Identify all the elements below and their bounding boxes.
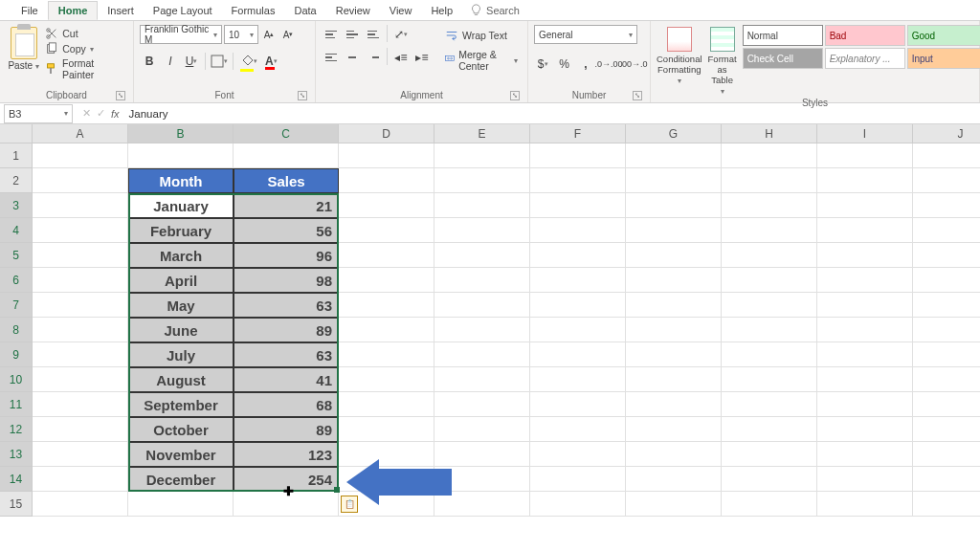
format-as-table-button[interactable]: Format as Table▾ bbox=[708, 25, 737, 96]
select-all-corner[interactable] bbox=[0, 124, 33, 143]
cell-I9[interactable] bbox=[817, 342, 913, 367]
cell-style-check-cell[interactable]: Check Cell bbox=[743, 48, 823, 69]
cell-style-explanatory[interactable]: Explanatory ... bbox=[825, 48, 905, 69]
cell-A6[interactable] bbox=[33, 268, 128, 293]
cell-H6[interactable] bbox=[722, 268, 817, 293]
cell-F6[interactable] bbox=[530, 268, 626, 293]
cell-style-good[interactable]: Good bbox=[907, 25, 980, 46]
cell-I12[interactable] bbox=[817, 417, 913, 442]
cell-E6[interactable] bbox=[434, 268, 530, 293]
cell-A12[interactable] bbox=[33, 417, 128, 442]
cell-style-normal[interactable]: Normal bbox=[743, 25, 823, 46]
cell-G4[interactable] bbox=[626, 218, 722, 243]
cell-E3[interactable] bbox=[434, 193, 530, 218]
cell-H3[interactable] bbox=[722, 193, 817, 218]
cell-B8[interactable]: June bbox=[128, 318, 234, 342]
row-header-9[interactable]: 9 bbox=[0, 342, 33, 367]
cell-D5[interactable] bbox=[339, 243, 434, 268]
copy-button[interactable]: Copy ▾ bbox=[45, 42, 127, 55]
cell-I4[interactable] bbox=[817, 218, 913, 243]
cell-F15[interactable] bbox=[530, 492, 626, 517]
cell-B10[interactable]: August bbox=[128, 367, 234, 392]
decrease-font-button[interactable]: A▾ bbox=[279, 25, 297, 44]
tab-home[interactable]: Home bbox=[48, 1, 99, 20]
cell-B9[interactable]: July bbox=[128, 342, 234, 367]
cell-I11[interactable] bbox=[817, 392, 913, 417]
cell-J13[interactable] bbox=[913, 442, 980, 467]
cell-E1[interactable] bbox=[434, 143, 530, 168]
cell-A13[interactable] bbox=[33, 442, 128, 467]
cell-G8[interactable] bbox=[626, 318, 722, 342]
cell-A5[interactable] bbox=[33, 243, 128, 268]
cell-H14[interactable] bbox=[722, 467, 817, 492]
cell-G11[interactable] bbox=[626, 392, 722, 417]
cell-D3[interactable] bbox=[339, 193, 434, 218]
cell-F10[interactable] bbox=[530, 367, 626, 392]
cell-C5[interactable]: 96 bbox=[234, 243, 339, 268]
cell-H11[interactable] bbox=[722, 392, 817, 417]
cell-I14[interactable] bbox=[817, 467, 913, 492]
column-header-H[interactable]: H bbox=[722, 124, 817, 143]
cell-F8[interactable] bbox=[530, 318, 626, 342]
cell-C1[interactable] bbox=[234, 143, 339, 168]
cell-G10[interactable] bbox=[626, 367, 722, 392]
row-header-8[interactable]: 8 bbox=[0, 318, 33, 342]
font-launcher[interactable]: ⤡ bbox=[298, 91, 307, 100]
cell-C3[interactable]: 21 bbox=[234, 193, 339, 218]
cell-C4[interactable]: 56 bbox=[234, 218, 339, 243]
cell-B11[interactable]: September bbox=[128, 392, 234, 417]
cell-F7[interactable] bbox=[530, 293, 626, 318]
cell-D10[interactable] bbox=[339, 367, 434, 392]
cell-F4[interactable] bbox=[530, 218, 626, 243]
cell-C8[interactable]: 89 bbox=[234, 318, 339, 342]
cell-C9[interactable]: 63 bbox=[234, 342, 339, 367]
italic-button[interactable]: I bbox=[161, 52, 180, 71]
cell-A4[interactable] bbox=[33, 218, 128, 243]
borders-button[interactable]: ▾ bbox=[210, 52, 229, 71]
cell-style-bad[interactable]: Bad bbox=[825, 25, 905, 46]
cell-F11[interactable] bbox=[530, 392, 626, 417]
cell-H15[interactable] bbox=[722, 492, 817, 517]
cell-F5[interactable] bbox=[530, 243, 626, 268]
cell-E4[interactable] bbox=[434, 218, 530, 243]
cell-J9[interactable] bbox=[913, 342, 980, 367]
cell-I1[interactable] bbox=[817, 143, 913, 168]
conditional-formatting-button[interactable]: Conditional Formatting▾ bbox=[657, 25, 702, 85]
cell-A10[interactable] bbox=[33, 367, 128, 392]
cell-C13[interactable]: 123 bbox=[234, 442, 339, 467]
increase-indent-button[interactable]: ▸≡ bbox=[412, 48, 432, 67]
format-painter-button[interactable]: Format Painter bbox=[45, 57, 127, 80]
cell-J6[interactable] bbox=[913, 268, 980, 293]
cell-E12[interactable] bbox=[434, 417, 530, 442]
cell-B7[interactable]: May bbox=[128, 293, 234, 318]
increase-font-button[interactable]: A▴ bbox=[260, 25, 278, 44]
orientation-button[interactable]: ⤢▾ bbox=[391, 25, 411, 44]
comma-format-button[interactable]: , bbox=[577, 54, 594, 75]
tab-file[interactable]: File bbox=[11, 2, 48, 19]
name-box[interactable]: B3▾ bbox=[4, 104, 73, 123]
row-header-7[interactable]: 7 bbox=[0, 293, 33, 318]
cell-B12[interactable]: October bbox=[128, 417, 234, 442]
cell-D4[interactable] bbox=[339, 218, 434, 243]
cell-J2[interactable] bbox=[913, 168, 980, 193]
align-center-button[interactable] bbox=[343, 48, 362, 67]
cell-J15[interactable] bbox=[913, 492, 980, 517]
cell-J7[interactable] bbox=[913, 293, 980, 318]
cell-E13[interactable] bbox=[434, 442, 530, 467]
search-label[interactable]: Search bbox=[486, 5, 520, 16]
cell-F12[interactable] bbox=[530, 417, 626, 442]
paste-icon[interactable] bbox=[11, 27, 37, 59]
cell-B5[interactable]: March bbox=[128, 243, 234, 268]
cell-A8[interactable] bbox=[33, 318, 128, 342]
cell-J12[interactable] bbox=[913, 417, 980, 442]
row-header-3[interactable]: 3 bbox=[0, 193, 33, 218]
cell-J1[interactable] bbox=[913, 143, 980, 168]
cell-J10[interactable] bbox=[913, 367, 980, 392]
cell-style-input[interactable]: Input bbox=[907, 48, 980, 69]
alignment-launcher[interactable]: ⤡ bbox=[510, 91, 520, 100]
cell-H1[interactable] bbox=[722, 143, 817, 168]
underline-button[interactable]: U▾ bbox=[182, 52, 201, 71]
cell-H5[interactable] bbox=[722, 243, 817, 268]
cell-E7[interactable] bbox=[434, 293, 530, 318]
increase-decimal-button[interactable]: .0→.00 bbox=[598, 54, 619, 75]
